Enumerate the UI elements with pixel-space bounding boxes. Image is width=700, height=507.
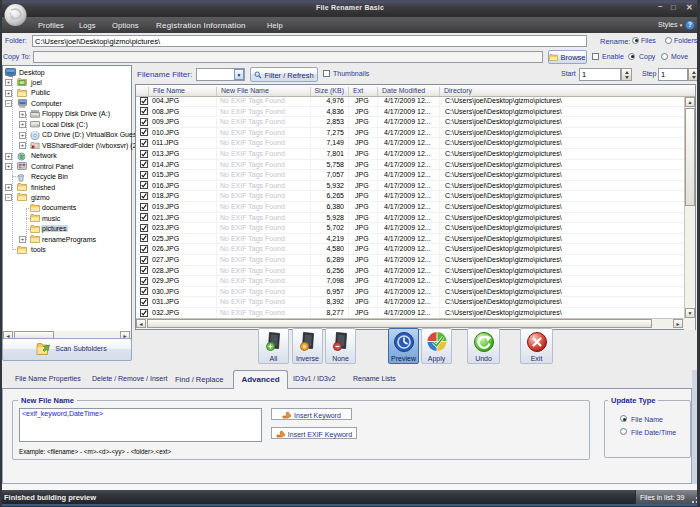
svg-text:?: ?: [688, 21, 692, 28]
